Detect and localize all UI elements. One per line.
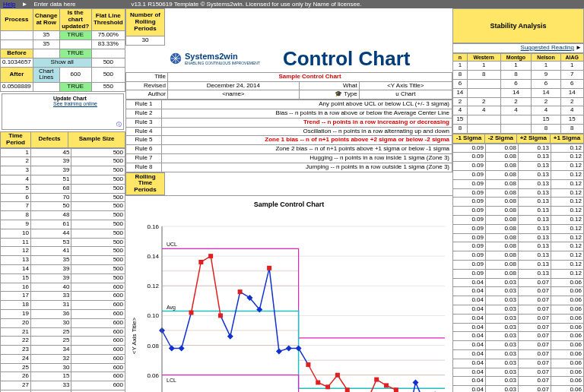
rule-row: Rule 8Jumping -- n points in a row outsi… <box>126 163 452 172</box>
sigma-row: 0.040.030.070.06 <box>453 386 584 392</box>
data-row[interactable]: 239500 <box>1 157 125 166</box>
show-all-button[interactable]: Show all <box>33 58 91 67</box>
svg-rect-60 <box>208 254 213 258</box>
sigma-row: 0.090.080.130.12 <box>453 198 584 207</box>
rule-values-row: 151515 <box>453 115 584 125</box>
rule-values-table: nWesternMontgoNelsonAIAG1111188897666614… <box>452 53 584 134</box>
svg-rect-62 <box>238 289 243 294</box>
sigma-row: 0.090.080.130.12 <box>453 144 584 153</box>
sigma-row: 0.090.080.130.12 <box>453 216 584 225</box>
sigma-row: 0.090.080.130.12 <box>453 207 584 216</box>
sigma-row: 0.090.080.130.12 <box>453 224 584 233</box>
data-row[interactable]: 1153500 <box>1 238 125 247</box>
svg-rect-63 <box>267 266 271 270</box>
svg-line-38 <box>249 298 259 310</box>
data-table: 1455002395003395004515005685006705007505… <box>0 148 125 392</box>
svg-rect-68 <box>345 387 350 392</box>
svg-text:0.08: 0.08 <box>147 343 159 349</box>
data-row[interactable]: 2125600 <box>1 327 125 337</box>
sigma-row: 0.090.080.130.12 <box>453 242 584 251</box>
sigma-table: 0.090.080.130.120.090.080.130.120.090.08… <box>452 144 584 392</box>
rule-values-row: 6666 <box>453 80 584 89</box>
data-row[interactable]: 2615600 <box>1 372 125 381</box>
svg-line-36 <box>230 292 240 337</box>
svg-line-43 <box>299 348 309 365</box>
svg-text:UCL: UCL <box>167 242 177 247</box>
sigma-row: 0.040.030.070.06 <box>453 287 584 296</box>
data-row[interactable]: 750500 <box>1 202 125 211</box>
rule-row: Rule 1Any point above UCL or below LCL (… <box>126 100 452 109</box>
data-row[interactable]: 1044500 <box>1 229 125 238</box>
training-link[interactable]: See training online <box>53 101 122 106</box>
rule-values-row: 44444 <box>453 106 584 115</box>
rule-row: Rule 7Hugging -- n points in a row insid… <box>126 153 452 163</box>
data-row[interactable]: 2432600 <box>1 354 125 363</box>
help-link[interactable]: Help <box>0 1 18 8</box>
chart-lines-button[interactable]: Chart Lines <box>33 67 59 83</box>
update-chart-button[interactable]: Update Chart <box>53 96 122 101</box>
info-icon[interactable]: ⓘ <box>116 121 122 128</box>
rule-row: Rule 3Trend -- n points in a row increas… <box>126 118 452 127</box>
periods-table: Number of Rolling Periods 30 <box>125 8 165 46</box>
data-row[interactable]: 339500 <box>1 166 125 175</box>
rules-table: Rule 1Any point above UCL or below LCL (… <box>125 100 452 172</box>
rule-row: Rule 6Zone 2 bias -- n of n+1 points abo… <box>126 145 452 154</box>
rule-row: Rule 4Oscillation -- n points in a row a… <box>126 127 452 136</box>
data-row[interactable]: 670500 <box>1 193 125 202</box>
svg-rect-66 <box>325 384 330 389</box>
sigma-row: 0.040.030.070.06 <box>453 349 584 359</box>
svg-line-44 <box>308 365 318 382</box>
data-row[interactable]: 568500 <box>1 184 125 193</box>
data-row[interactable]: 1936600 <box>1 309 125 318</box>
change-row-1[interactable]: 35 <box>33 31 59 40</box>
sigma-scroll[interactable]: 0.090.080.130.120.090.080.130.120.090.08… <box>452 144 584 392</box>
sigma-row: 0.040.030.070.06 <box>453 278 584 287</box>
data-row[interactable]: 961500 <box>1 220 125 229</box>
svg-text:0.10: 0.10 <box>147 312 159 319</box>
data-row[interactable]: 145500 <box>1 148 125 157</box>
svg-rect-64 <box>306 362 310 367</box>
data-scroll[interactable]: 1455002395003395004515005685006705007505… <box>0 148 125 392</box>
data-row[interactable]: 1439500 <box>1 264 125 273</box>
svg-rect-65 <box>316 380 320 384</box>
suggested-table: Suggested Reading ► <box>452 43 584 53</box>
rule-row: Rule 5Zone 1 bias -- n of n+1 points abo… <box>126 136 452 145</box>
svg-text:0.14: 0.14 <box>147 253 159 260</box>
sigma-row: 0.090.080.130.12 <box>453 179 584 188</box>
rule-values-row: 11111 <box>453 62 584 71</box>
arrow-icon: ► <box>18 1 30 8</box>
svg-line-39 <box>259 268 269 310</box>
chart-svg: 0.040.060.080.100.120.140.161611162126UC… <box>125 213 452 392</box>
data-row[interactable]: 1335500 <box>1 256 125 265</box>
svg-line-35 <box>221 315 230 336</box>
svg-text:0.16: 0.16 <box>147 223 159 230</box>
data-row[interactable]: 1539500 <box>1 273 125 283</box>
brand-text: Systems2win <box>185 52 260 61</box>
periods-input[interactable]: 30 <box>126 36 165 46</box>
data-row[interactable]: 2030600 <box>1 318 125 327</box>
sigma-row: 0.040.030.070.06 <box>453 377 584 386</box>
data-row[interactable]: 1241500 <box>1 247 125 256</box>
title-input[interactable]: Sample Control Chart <box>278 73 341 80</box>
rule-values-row: 888 <box>453 125 584 134</box>
data-row[interactable]: 2334600 <box>1 346 125 355</box>
data-row[interactable]: 848500 <box>1 211 125 220</box>
reading-link[interactable]: Suggested Reading <box>521 44 574 51</box>
data-row[interactable]: 2225600 <box>1 337 125 346</box>
svg-text:<Y Axis Title>: <Y Axis Title> <box>131 317 138 354</box>
data-row[interactable]: 2733600 <box>1 381 125 390</box>
app-header: Help ► Enter data here v13.1 R150619 Tem… <box>0 0 584 8</box>
svg-rect-58 <box>189 310 193 315</box>
type-select[interactable]: u Chart <box>359 90 452 100</box>
data-row[interactable]: 451500 <box>1 175 125 184</box>
data-row[interactable]: 1831600 <box>1 301 125 310</box>
sigma-row: 0.090.080.130.12 <box>453 269 584 278</box>
meta-table: TitleSample Control Chart RevisedDecembe… <box>125 72 452 100</box>
sigma-row: 0.090.080.130.12 <box>453 153 584 162</box>
stability-header: Stability Analysis <box>452 8 584 43</box>
data-row[interactable]: 1733600 <box>1 292 125 301</box>
svg-text:0.12: 0.12 <box>147 283 159 289</box>
data-row[interactable]: 2530600 <box>1 363 125 372</box>
data-row[interactable]: 1640600 <box>1 283 125 292</box>
control-chart[interactable]: Sample Control Chart 0.040.060.080.100.1… <box>125 195 452 392</box>
